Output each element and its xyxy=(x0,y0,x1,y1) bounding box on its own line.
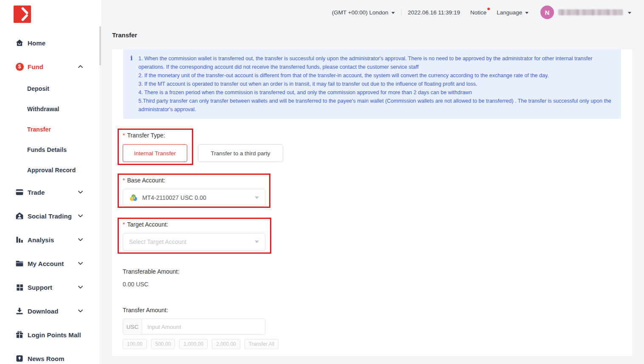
fund-icon: $ xyxy=(15,62,24,71)
sidebar-item-home[interactable]: Home xyxy=(0,31,101,55)
folder-icon xyxy=(15,259,24,268)
info-note: 4. There is a frozen period when the com… xyxy=(138,88,613,97)
sidebar-item-analysis[interactable]: Analysis xyxy=(0,228,101,252)
base-account-value: MT4-2110027 USC 0.00 xyxy=(142,194,206,201)
sidebar-item-approval-record[interactable]: Approval Record xyxy=(0,160,101,180)
quick-amount-button[interactable]: 100.00 xyxy=(123,339,147,349)
download-icon xyxy=(15,307,24,315)
brand-logo-icon[interactable] xyxy=(14,6,31,23)
datetime-label: 2022.06.16 11:39:19 xyxy=(408,9,460,16)
sidebar-item-deposit[interactable]: Deposit xyxy=(0,78,101,99)
info-note: 5.Third party transfer can only transfer… xyxy=(138,97,613,114)
required-asterisk: * xyxy=(123,177,125,184)
required-asterisk: * xyxy=(123,221,125,228)
transferable-amount-section: Transferable Amount: 0.00 USC xyxy=(123,268,179,288)
target-account-select[interactable]: Select Target Account xyxy=(123,233,265,251)
base-account-label: *Base Account: xyxy=(123,177,265,184)
transfer-card: i 1. When the commission wallet is trans… xyxy=(112,49,632,356)
target-account-placeholder: Select Target Account xyxy=(129,238,186,245)
transfer-amount-input-group: USC xyxy=(123,319,265,335)
sidebar-item-download[interactable]: Download xyxy=(0,299,101,323)
chevron-up-icon xyxy=(78,65,83,68)
trade-icon xyxy=(15,188,24,196)
base-account-section: *Base Account: MT4-2110027 USC 0.00 xyxy=(123,177,265,207)
sidebar-item-support[interactable]: Support xyxy=(0,275,101,299)
third-party-transfer-button[interactable]: Transfer to a third party xyxy=(198,144,283,162)
amount-input[interactable] xyxy=(142,319,265,334)
required-asterisk: * xyxy=(123,132,125,139)
divider xyxy=(401,9,402,16)
timezone-label: (GMT +00:00) London xyxy=(332,9,388,16)
chevron-down-icon xyxy=(525,12,529,14)
sidebar-item-social-trading[interactable]: Social Trading xyxy=(0,204,101,228)
chevron-down-icon xyxy=(78,309,83,313)
sidebar-item-funds-details[interactable]: Funds Details xyxy=(0,140,101,160)
sidebar-item-transfer[interactable]: Transfer xyxy=(0,119,101,140)
sidebar-item-login-points-mall[interactable]: Login Points Mall xyxy=(0,323,101,347)
transfer-type-section: *Transfer Type: Internal Transfer Transf… xyxy=(123,132,283,162)
transfer-amount-label: Transfer Amount: xyxy=(123,307,278,314)
sidebar-item-withdrawal[interactable]: Withdrawal xyxy=(0,99,101,119)
home-icon xyxy=(15,39,24,47)
sidebar-item-my-account[interactable]: My Account xyxy=(0,252,101,275)
sidebar-scrollbar-thumb[interactable] xyxy=(99,26,101,65)
analysis-icon xyxy=(15,235,24,244)
transferable-amount-value: 0.00 USC xyxy=(123,281,179,288)
chevron-down-icon xyxy=(78,214,83,218)
transfer-amount-section: Transfer Amount: USC 100.00 500.00 1,000… xyxy=(123,307,278,349)
target-account-label: *Target Account: xyxy=(123,221,265,228)
language-label: Language xyxy=(497,9,522,16)
transfer-all-button[interactable]: Transfer All xyxy=(245,339,278,349)
chevron-down-icon xyxy=(78,286,83,289)
transfer-form: *Transfer Type: Internal Transfer Transf… xyxy=(112,132,632,349)
location-pin-icon xyxy=(15,354,24,363)
base-account-select[interactable]: MT4-2110027 USC 0.00 xyxy=(123,189,265,207)
social-trading-icon xyxy=(15,212,24,220)
timezone-selector[interactable]: (GMT +00:00) London xyxy=(332,9,395,16)
sidebar-item-label: Home xyxy=(28,39,45,47)
sidebar: Home $ Fund Deposit Withdrawal Transfer … xyxy=(0,0,102,364)
sidebar-nav: Home $ Fund Deposit Withdrawal Transfer … xyxy=(0,31,101,364)
topbar: (GMT +00:00) London 2022.06.16 11:39:19 … xyxy=(102,0,644,25)
page-title: Transfer xyxy=(112,31,644,39)
sidebar-item-label: Fund xyxy=(28,63,43,70)
internal-transfer-button[interactable]: Internal Transfer xyxy=(123,144,187,162)
quick-amount-button[interactable]: 500.00 xyxy=(151,339,175,349)
transfer-type-label: *Transfer Type: xyxy=(123,132,283,139)
sidebar-item-trade[interactable]: Trade xyxy=(0,180,101,204)
gift-icon xyxy=(15,330,24,339)
chevron-down-icon xyxy=(78,190,83,194)
notice-button[interactable]: Notice xyxy=(470,9,487,16)
mt4-icon xyxy=(129,193,138,202)
sidebar-scrollbar-track xyxy=(100,25,101,364)
chevron-down-icon xyxy=(255,196,259,199)
quick-amounts-row: 100.00 500.00 1,000.00 2,000.00 Transfer… xyxy=(123,339,278,349)
currency-tag: USC xyxy=(123,319,142,334)
notification-dot xyxy=(487,8,490,10)
info-note: 2. If the monetary unit of the transfer-… xyxy=(138,71,613,80)
target-account-section: *Target Account: Select Target Account xyxy=(123,221,265,251)
language-selector[interactable]: Language xyxy=(497,9,529,16)
info-icon: i xyxy=(130,55,132,62)
chevron-down-icon xyxy=(255,241,259,243)
avatar[interactable]: N xyxy=(540,6,554,19)
chevron-down-icon xyxy=(78,238,83,241)
quick-amount-button[interactable]: 2,000.00 xyxy=(212,339,240,349)
username-blurred[interactable] xyxy=(558,9,623,15)
chevron-down-icon xyxy=(78,262,83,265)
info-box: i 1. When the commission wallet is trans… xyxy=(123,49,621,119)
notice-label: Notice xyxy=(470,9,487,16)
quick-amount-button[interactable]: 1,000.00 xyxy=(179,339,208,349)
info-note: 1. When the commission wallet is transfe… xyxy=(138,54,613,71)
grid-icon xyxy=(15,283,24,291)
sidebar-item-news-room[interactable]: News Room xyxy=(0,347,101,364)
sidebar-item-fund[interactable]: $ Fund xyxy=(0,55,101,78)
transferable-amount-label: Transferable Amount: xyxy=(123,268,179,275)
chevron-down-icon xyxy=(628,12,631,14)
info-note: 3. If the MT account is operated to tran… xyxy=(138,80,613,88)
main-area: (GMT +00:00) London 2022.06.16 11:39:19 … xyxy=(102,0,644,364)
chevron-down-icon xyxy=(391,12,395,14)
